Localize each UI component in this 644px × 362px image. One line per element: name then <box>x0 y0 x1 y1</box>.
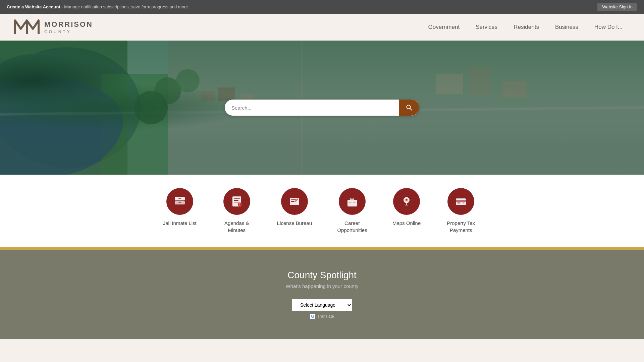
quick-link-property-tax-payments[interactable]: Property Tax Payments <box>441 188 481 234</box>
quick-link-maps-online[interactable]: Maps Online <box>392 188 421 234</box>
search-container <box>225 100 419 116</box>
nav-services[interactable]: Services <box>468 19 505 35</box>
svg-rect-44 <box>456 200 466 202</box>
nav-residents[interactable]: Residents <box>505 19 547 35</box>
top-bar-description: - Manage notification subscriptions, sav… <box>60 4 189 9</box>
agendas-minutes-icon: ! <box>223 188 250 215</box>
svg-rect-28 <box>234 202 239 202</box>
svg-text:!: ! <box>239 203 240 206</box>
jail-inmate-list-label: Jail Inmate List <box>163 220 197 227</box>
sign-in-button[interactable]: Website Sign In <box>597 3 637 11</box>
svg-rect-38 <box>353 202 356 202</box>
svg-rect-24 <box>178 202 181 203</box>
logo-text: MORRISON COUNTY <box>44 20 93 34</box>
svg-rect-27 <box>234 200 238 201</box>
search-input[interactable] <box>225 100 399 116</box>
spotlight-title: County Spotlight <box>94 270 550 281</box>
property-tax-payments-icon <box>447 188 474 215</box>
translate-bar: G Translate <box>94 314 550 319</box>
translate-label: Translate <box>317 314 334 319</box>
svg-rect-36 <box>351 198 354 199</box>
svg-line-20 <box>410 109 412 111</box>
header: MORRISON COUNTY Government Services Resi… <box>0 14 644 41</box>
svg-rect-26 <box>234 198 240 199</box>
svg-rect-45 <box>457 202 461 203</box>
nav-how-do-i[interactable]: How Do I... <box>586 19 631 35</box>
svg-rect-37 <box>349 202 352 202</box>
search-button[interactable] <box>399 100 419 116</box>
svg-rect-33 <box>291 201 294 202</box>
logo[interactable]: MORRISON COUNTY <box>13 17 93 37</box>
property-tax-payments-label: Property Tax Payments <box>441 220 481 234</box>
svg-rect-34 <box>347 200 357 206</box>
svg-point-42 <box>405 205 408 206</box>
quick-link-career-opportunities[interactable]: Career Opportunities <box>332 188 372 234</box>
top-bar: Create a Website Account - Manage notifi… <box>0 0 644 14</box>
quick-link-agendas-minutes[interactable]: ! Agendas & Minutes <box>217 188 257 234</box>
search-icon <box>406 104 413 111</box>
hero-section <box>0 41 644 175</box>
logo-icon <box>13 17 40 37</box>
maps-online-label: Maps Online <box>392 220 421 227</box>
career-opportunities-label: Career Opportunities <box>332 220 372 234</box>
license-bureau-icon <box>281 188 308 215</box>
quick-link-jail-inmate-list[interactable]: Jail Inmate List <box>163 188 197 234</box>
create-account-link[interactable]: Create a Website Account <box>7 4 60 9</box>
nav-government[interactable]: Government <box>420 19 468 35</box>
agendas-minutes-label: Agendas & Minutes <box>217 220 257 234</box>
svg-rect-32 <box>291 199 296 200</box>
top-bar-text: Create a Website Account - Manage notifi… <box>7 4 189 9</box>
quick-links-section: Jail Inmate List ! Agendas & Minutes Lic… <box>0 175 644 247</box>
jail-inmate-list-icon <box>166 188 193 215</box>
language-select[interactable]: Select Language Spanish French German Ch… <box>292 299 352 311</box>
gold-separator <box>0 247 644 250</box>
quick-link-license-bureau[interactable]: License Bureau <box>277 188 312 234</box>
county-spotlight-section: County Spotlight What's happening in you… <box>0 250 644 339</box>
svg-rect-46 <box>463 202 465 203</box>
search-bar <box>225 100 419 116</box>
nav-business[interactable]: Business <box>547 19 586 35</box>
main-nav: Government Services Residents Business H… <box>420 19 631 35</box>
career-opportunities-icon <box>339 188 366 215</box>
license-bureau-label: License Bureau <box>277 220 312 227</box>
svg-point-41 <box>406 199 408 201</box>
maps-online-icon <box>393 188 420 215</box>
svg-rect-23 <box>178 198 181 199</box>
google-icon: G <box>310 314 315 319</box>
spotlight-subtitle: What's happening in your county <box>94 283 550 289</box>
